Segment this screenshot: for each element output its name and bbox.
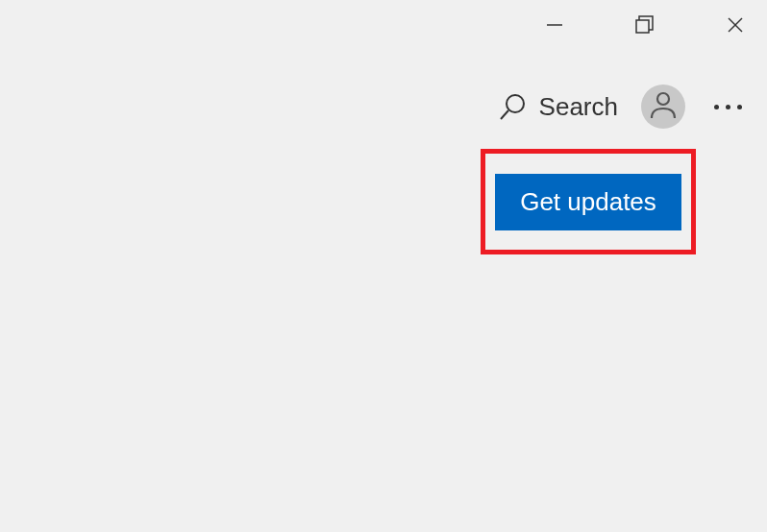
more-menu-button[interactable] — [708, 105, 748, 109]
get-updates-button[interactable]: Get updates — [495, 174, 681, 230]
more-dot-icon — [726, 105, 730, 109]
search-icon — [499, 92, 528, 121]
user-avatar[interactable] — [641, 85, 685, 129]
svg-point-6 — [657, 93, 669, 105]
svg-point-4 — [507, 95, 524, 112]
maximize-button[interactable] — [623, 12, 667, 42]
highlight-annotation: Get updates — [481, 149, 696, 254]
close-button[interactable] — [713, 12, 757, 42]
user-icon — [647, 88, 680, 125]
window-controls — [532, 12, 757, 42]
search-button[interactable]: Search — [499, 92, 618, 122]
minimize-button[interactable] — [532, 12, 577, 42]
toolbar: Search — [499, 85, 748, 129]
svg-rect-1 — [636, 20, 649, 33]
more-dot-icon — [714, 105, 719, 109]
minimize-icon — [546, 16, 563, 37]
search-label: Search — [539, 92, 618, 122]
close-icon — [727, 16, 744, 37]
more-dot-icon — [737, 105, 742, 109]
svg-line-5 — [501, 110, 508, 119]
maximize-icon — [635, 15, 655, 38]
